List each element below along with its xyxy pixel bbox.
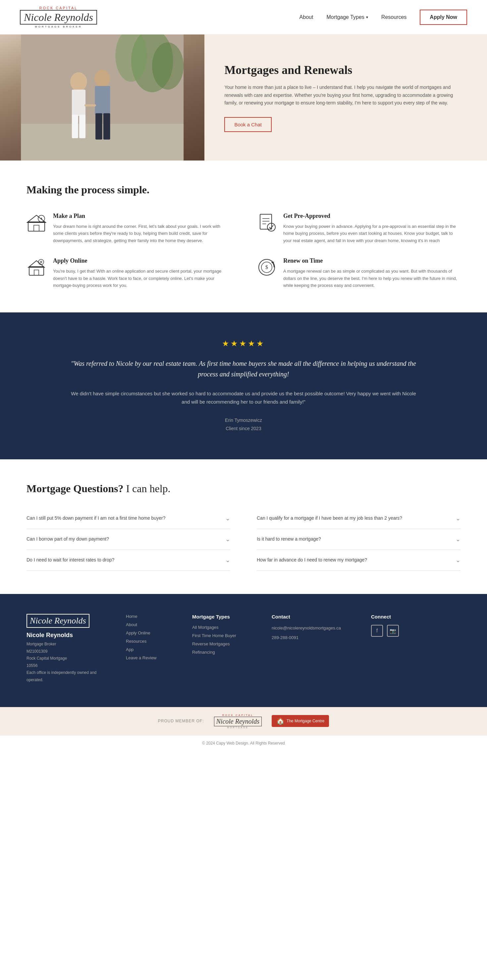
house-plan-icon xyxy=(27,213,46,232)
navbar: ROCK CAPITAL Nicole Reynolds MORTGAGE BR… xyxy=(0,0,487,35)
hero-content: Mortgages and Renewals Your home is more… xyxy=(205,35,487,161)
chevron-down-icon: ⌄ xyxy=(455,515,460,522)
faq-item[interactable]: Is it hard to renew a mortgage? ⌄ xyxy=(257,529,460,550)
process-item-get-pre-approved: Get Pre-Approved Know your buying power … xyxy=(257,213,460,244)
svg-rect-10 xyxy=(95,86,110,115)
svg-rect-16 xyxy=(34,225,39,231)
footer-link-leave-review[interactable]: Leave a Review xyxy=(126,655,179,660)
footer-link-refinancing[interactable]: Refinancing xyxy=(192,650,259,655)
chevron-down-icon: ⌄ xyxy=(225,536,230,543)
footer-email: nicole@nicolereynoldsmortgages.ca xyxy=(272,625,358,632)
svg-rect-11 xyxy=(95,113,102,140)
brand-name: Nicole Reynolds xyxy=(20,10,97,25)
svg-rect-27 xyxy=(34,270,39,275)
footer-link-resources[interactable]: Resources xyxy=(126,639,179,644)
facebook-icon[interactable]: f xyxy=(371,625,383,637)
checklist-icon xyxy=(257,213,277,232)
footer-link-all-mortgages[interactable]: All Mortgages xyxy=(192,625,259,630)
faq-item[interactable]: Can I borrow part of my down payment? ⌄ xyxy=(27,529,230,550)
process-item-make-a-plan: Make a Plan Your dream home is right aro… xyxy=(27,213,230,244)
couple-illustration xyxy=(0,35,205,161)
member-logos: ROCK CAPITAL Nicole Reynolds MORTGAGE 🏠 … xyxy=(214,714,329,729)
svg-point-9 xyxy=(94,70,110,88)
brand-rock-capital: ROCK CAPITAL xyxy=(39,6,78,10)
instagram-icon[interactable]: 📷 xyxy=(387,625,399,637)
footer-logo: Nicole Reynolds xyxy=(27,614,89,628)
footer-mortgage-heading: Mortgage Types xyxy=(192,614,259,619)
copyright-text: © 2024 Capy Web Design. All Rights Reser… xyxy=(202,741,285,746)
chevron-down-icon: ⌄ xyxy=(225,515,230,522)
process-heading: Making the process simple. xyxy=(27,184,460,196)
process-item-body: Know your buying power in advance. Apply… xyxy=(283,223,460,244)
process-item-text: Renew on Time A mortgage renewal can be … xyxy=(283,257,460,289)
footer-link-home[interactable]: Home xyxy=(126,614,179,619)
process-grid: Make a Plan Your dream home is right aro… xyxy=(27,213,460,289)
nav-about[interactable]: About xyxy=(300,14,313,20)
rock-capital-logo: ROCK CAPITAL Nicole Reynolds MORTGAGE xyxy=(214,714,262,729)
nav-mortgage-types[interactable]: Mortgage Types xyxy=(326,14,368,20)
footer-link-first-time[interactable]: First Time Home Buyer xyxy=(192,633,259,638)
footer-contact-heading: Contact xyxy=(272,614,358,619)
faq-item[interactable]: Can I qualify for a mortgage if I have b… xyxy=(257,508,460,529)
footer-connect-col: Connect f 📷 xyxy=(371,614,424,684)
testimonial-section: ★★★★★ "Was referred to Nicole by our rea… xyxy=(0,312,487,459)
footer-link-reverse[interactable]: Reverse Mortgages xyxy=(192,641,259,646)
process-section: Making the process simple. Make a Plan Y… xyxy=(0,161,487,312)
faq-item[interactable]: Can I still put 5% down payment if I am … xyxy=(27,508,230,529)
faq-col-right: Can I qualify for a mortgage if I have b… xyxy=(257,508,460,571)
svg-rect-25 xyxy=(29,267,44,275)
member-label: Proud member of: xyxy=(158,719,204,723)
footer-link-app[interactable]: App xyxy=(126,647,179,652)
brand-logo: ROCK CAPITAL Nicole Reynolds MORTGAGE BR… xyxy=(20,6,97,28)
testimonial-stars: ★★★★★ xyxy=(66,339,421,348)
footer-brand-col: Nicole Reynolds Nicole Reynolds Mortgage… xyxy=(27,614,113,684)
nav-links: About Mortgage Types Resources Apply Now xyxy=(300,10,467,25)
svg-point-3 xyxy=(152,43,184,90)
process-item-title: Get Pre-Approved xyxy=(283,213,460,220)
faq-heading: Mortgage Questions? I can help. xyxy=(27,482,460,495)
process-item-text: Get Pre-Approved Know your buying power … xyxy=(283,213,460,244)
process-item-body: You're busy, I get that! With an online … xyxy=(53,267,230,289)
tmc-label: The Mortgage Centre xyxy=(287,719,324,723)
process-item-title: Apply Online xyxy=(53,257,230,264)
svg-rect-8 xyxy=(79,115,86,138)
footer-link-about[interactable]: About xyxy=(126,622,179,627)
process-item-body: Your dream home is right around the corn… xyxy=(53,223,230,244)
process-item-title: Renew on Time xyxy=(283,257,460,264)
brand-sub: MORTGAGE BROKER xyxy=(35,25,82,28)
footer-grid: Nicole Reynolds Nicole Reynolds Mortgage… xyxy=(27,614,460,684)
apply-now-button[interactable]: Apply Now xyxy=(420,10,467,25)
svg-rect-20 xyxy=(260,214,272,229)
testimonial-quote: "Was referred to Nicole by our real esta… xyxy=(66,358,421,379)
svg-rect-14 xyxy=(28,222,45,231)
footer-phone: 289-288-0091 xyxy=(272,635,358,641)
tmc-house-icon: 🏠 xyxy=(276,717,285,725)
faq-section: Mortgage Questions? I can help. Can I st… xyxy=(0,459,487,594)
author-name: Erin Tymoszewicz xyxy=(66,416,421,425)
svg-rect-6 xyxy=(72,89,86,116)
hero-section: Mortgages and Renewals Your home is more… xyxy=(0,35,487,161)
footer-mortgage-col: Mortgage Types All Mortgages First Time … xyxy=(192,614,259,684)
chevron-down-icon: ⌄ xyxy=(225,557,230,564)
testimonial-author: Erin Tymoszewicz Client since 2023 xyxy=(66,416,421,433)
rc-script-logo: Nicole Reynolds xyxy=(214,717,262,726)
the-mortgage-centre-badge: 🏠 The Mortgage Centre xyxy=(272,715,329,727)
footer-link-apply-online[interactable]: Apply Online xyxy=(126,630,179,635)
footer: Nicole Reynolds Nicole Reynolds Mortgage… xyxy=(0,594,487,707)
nav-resources[interactable]: Resources xyxy=(381,14,406,20)
online-house-icon xyxy=(27,257,46,277)
process-item-text: Make a Plan Your dream home is right aro… xyxy=(53,213,230,244)
process-item-text: Apply Online You're busy, I get that! Wi… xyxy=(53,257,230,289)
footer-nav-col: Home About Apply Online Resources App Le… xyxy=(126,614,179,684)
svg-rect-12 xyxy=(103,113,110,140)
footer-connect-heading: Connect xyxy=(371,614,424,619)
chevron-down-icon: ⌄ xyxy=(455,536,460,543)
faq-item[interactable]: How far in advance do I need to renew my… xyxy=(257,550,460,571)
hero-photo xyxy=(0,35,205,161)
hero-body: Your home is more than just a place to l… xyxy=(224,84,464,107)
faq-item[interactable]: Do I need to wait for interest rates to … xyxy=(27,550,230,571)
svg-rect-7 xyxy=(72,115,78,138)
renewal-dollar-icon: $ xyxy=(257,257,277,277)
book-chat-button[interactable]: Book a Chat xyxy=(224,117,272,132)
social-icons: f 📷 xyxy=(371,625,424,637)
